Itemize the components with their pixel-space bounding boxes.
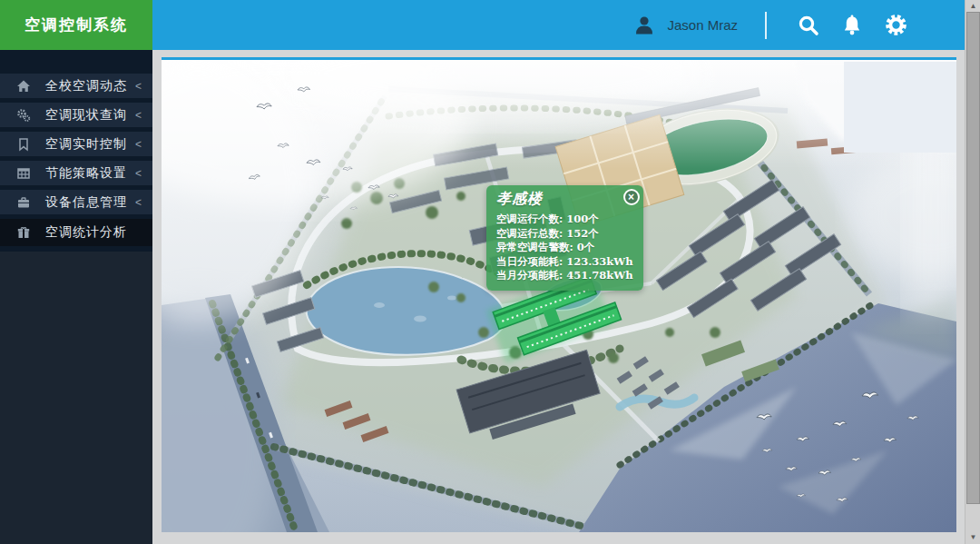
gift-icon xyxy=(15,225,32,240)
gear-icon xyxy=(884,13,908,37)
scrollbar-thumb[interactable] xyxy=(966,12,980,504)
sidebar-item-device-info[interactable]: 设备信息管理 < xyxy=(0,190,152,214)
tooltip-row-monthly-energy: 当月分项能耗: 451.78kWh xyxy=(496,269,633,283)
scroll-up-arrow[interactable]: ▲ xyxy=(965,0,980,13)
briefcase-icon xyxy=(15,195,32,210)
building-tooltip: × 孝感楼 空调运行个数: 100个 空调运行总数: 152个 异常空调告警数:… xyxy=(486,185,643,291)
tooltip-row-daily-energy: 当日分项能耗: 123.33kWh xyxy=(496,255,633,270)
bell-icon xyxy=(841,14,863,37)
search-icon xyxy=(797,14,820,37)
notifications-button[interactable] xyxy=(834,7,870,44)
tooltip-building-name: 孝感楼 xyxy=(496,190,633,209)
topbar-divider xyxy=(765,12,767,39)
main-content: × 孝感楼 空调运行个数: 100个 空调运行总数: 152个 异常空调告警数:… xyxy=(152,50,965,544)
scroll-down-arrow[interactable]: ▼ xyxy=(965,531,980,544)
sidebar-item-energy-strategy[interactable]: 节能策略设置 < xyxy=(0,161,152,185)
top-bar: Jason Mraz xyxy=(152,0,965,50)
sidebar-item-ac-statistics[interactable]: 空调统计分析 xyxy=(0,219,152,246)
chevron-left-icon: < xyxy=(135,196,142,209)
chevron-left-icon: < xyxy=(135,167,142,180)
chevron-left-icon: < xyxy=(135,138,142,151)
vertical-scrollbar[interactable]: ▲ ▼ xyxy=(965,0,980,544)
sidebar-item-ac-realtime-control[interactable]: 空调实时控制 < xyxy=(0,132,152,156)
app-logo: 空调控制系统 xyxy=(0,0,152,50)
sidebar-item-ac-current-query[interactable]: 空调现状查询 < xyxy=(0,103,152,127)
tooltip-row-running-count: 空调运行个数: 100个 xyxy=(496,213,633,227)
app-header: 空调控制系统 Jason Mraz xyxy=(0,0,965,50)
cogs-icon xyxy=(15,108,32,123)
map-panel: × 孝感楼 空调运行个数: 100个 空调运行总数: 152个 异常空调告警数:… xyxy=(162,57,956,532)
sidebar: 全校空调动态 < 空调现状查询 < xyxy=(0,50,152,544)
campus-map[interactable] xyxy=(162,60,956,532)
chevron-left-icon: < xyxy=(135,109,142,122)
sidebar-item-campus-ac-status[interactable]: 全校空调动态 < xyxy=(0,74,152,98)
search-button[interactable] xyxy=(790,7,827,44)
table-icon xyxy=(15,166,32,181)
settings-button[interactable] xyxy=(877,7,914,44)
bookmark-icon xyxy=(15,137,32,152)
tooltip-row-total-count: 空调运行总数: 152个 xyxy=(496,227,633,242)
tooltip-row-alarm-count: 异常空调告警数: 0个 xyxy=(496,241,633,255)
app-window: 空调控制系统 Jason Mraz xyxy=(0,0,980,544)
tooltip-close-button[interactable]: × xyxy=(623,189,640,205)
user-menu[interactable]: Jason Mraz xyxy=(632,14,738,37)
chevron-left-icon: < xyxy=(135,80,142,93)
user-name: Jason Mraz xyxy=(667,17,738,33)
home-icon xyxy=(15,79,32,94)
user-icon xyxy=(632,14,656,37)
app-title: 空调控制系统 xyxy=(24,15,128,35)
